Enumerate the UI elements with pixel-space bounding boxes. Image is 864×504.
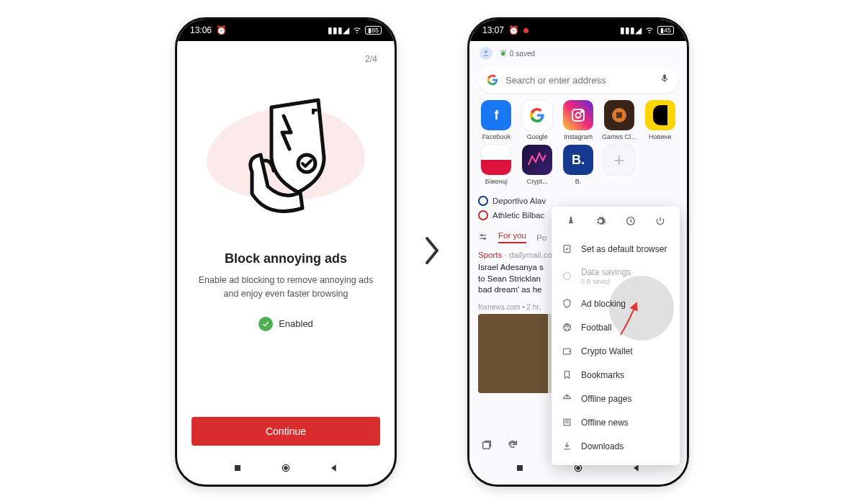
team-logo-icon (478, 196, 488, 206)
phone-browser: 13:07 ⏰ ▮▮▮◢ ▮45 ❦ 0 saved (467, 17, 689, 487)
app-icon (604, 100, 634, 130)
app-icon (522, 145, 552, 175)
svg-rect-13 (483, 442, 490, 449)
search-bar[interactable] (478, 67, 678, 93)
speed-dial-item[interactable]: Біженці (478, 145, 515, 185)
feed-tab-other[interactable]: Po (536, 233, 546, 242)
svg-rect-14 (517, 465, 523, 471)
history-icon[interactable] (625, 215, 636, 230)
speed-dial-item[interactable]: + (600, 145, 637, 185)
app-icon (645, 100, 675, 130)
svg-point-12 (484, 238, 485, 239)
app-label: Google (527, 133, 548, 140)
nav-recent-icon[interactable] (514, 462, 526, 477)
leaf-icon: ❦ (500, 48, 507, 58)
record-dot-icon (523, 28, 528, 33)
alarm-icon: ⏰ (508, 25, 519, 35)
feed-tab-foryou[interactable]: For you (498, 231, 526, 243)
svg-point-3 (284, 467, 287, 469)
tutorial-stage: 13:06 ⏰ ▮▮▮◢ ▮85 2/4 (0, 0, 864, 504)
signal-icon: ▮▮▮◢ (620, 25, 642, 35)
app-icon (522, 100, 552, 130)
app-icon: B. (563, 145, 593, 175)
enabled-status: Enabled (192, 317, 380, 331)
app-label: Facebook (482, 133, 511, 140)
app-label: B. (575, 178, 582, 185)
app-icon (481, 145, 511, 175)
nav-recent-icon[interactable] (232, 462, 243, 477)
check-icon (258, 317, 273, 331)
speed-dial-item[interactable]: fFacebook (478, 100, 515, 140)
search-input[interactable] (505, 75, 670, 86)
speed-dial-item[interactable]: Новини (642, 100, 678, 140)
menu-set-default[interactable]: Set as default browser (552, 237, 680, 261)
svg-point-16 (577, 467, 580, 469)
menu-downloads[interactable]: Downloads (552, 434, 680, 458)
battery-icon: ▮45 (657, 26, 674, 35)
wifi-icon (644, 24, 654, 37)
page-indicator: 2/4 (192, 54, 377, 64)
menu-crypto-wallet[interactable]: Crypto Wallet (552, 339, 680, 363)
onboarding-subtitle: Enable ad blocking to remove annoying ad… (192, 274, 380, 301)
alarm-icon: ⏰ (216, 25, 227, 35)
reload-icon[interactable] (507, 439, 518, 454)
phone-onboarding: 13:06 ⏰ ▮▮▮◢ ▮85 2/4 (175, 17, 397, 487)
team-logo-icon (478, 210, 488, 220)
nav-home-icon[interactable] (280, 462, 292, 477)
svg-point-11 (481, 234, 482, 235)
speed-dial-item[interactable]: Games Cl... (600, 100, 637, 140)
onboarding-illustration (192, 78, 380, 230)
menu-offline-pages[interactable]: Offline pages (552, 387, 680, 410)
profile-avatar[interactable] (480, 47, 492, 60)
nav-back-icon[interactable] (328, 462, 340, 477)
battery-icon: ▮85 (365, 26, 382, 35)
onboarding-title: Block annoying ads (192, 251, 380, 266)
menu-offline-news[interactable]: Offline news (552, 410, 680, 434)
enabled-label: Enabled (279, 318, 313, 329)
speed-dial-grid: fFacebookGoogleInstagramGames Cl...Новин… (469, 100, 687, 185)
camera-notch (282, 30, 290, 38)
google-logo-icon (487, 74, 498, 86)
step-arrow-icon (421, 234, 443, 270)
speed-dial-item[interactable]: Crypt... (519, 145, 556, 185)
svg-rect-1 (235, 465, 240, 471)
app-label: Games Cl... (602, 133, 636, 140)
status-time: 13:07 (482, 25, 504, 35)
app-icon (563, 100, 593, 130)
status-time: 13:06 (190, 25, 212, 35)
svg-point-6 (575, 113, 580, 118)
speed-dial-item[interactable]: Instagram (560, 100, 597, 140)
power-icon[interactable] (654, 215, 666, 230)
android-navbar (192, 459, 380, 485)
wifi-icon (352, 24, 362, 37)
svg-point-19 (564, 273, 571, 280)
data-saved-indicator[interactable]: ❦ 0 saved (500, 48, 535, 58)
tabs-icon[interactable] (481, 439, 492, 454)
app-label: Instagram (564, 133, 593, 140)
continue-button[interactable]: Continue (192, 417, 380, 446)
app-icon: + (604, 145, 634, 175)
shield-hand-illustration (232, 93, 340, 215)
svg-point-7 (581, 111, 582, 112)
speed-dial-item[interactable]: B.B. (560, 145, 597, 185)
annotation-arrow-icon (615, 299, 644, 338)
menu-bookmarks[interactable]: Bookmarks (552, 363, 680, 387)
vpn-icon[interactable] (565, 215, 577, 230)
app-label: Біженці (485, 178, 508, 185)
app-icon: f (481, 100, 511, 130)
gear-icon[interactable] (595, 215, 606, 230)
sports-row[interactable]: Deportivo Alav (478, 194, 678, 208)
mic-icon[interactable] (660, 73, 670, 86)
speed-dial-item[interactable]: Google (519, 100, 556, 140)
svg-point-4 (485, 50, 487, 53)
app-label: Новини (649, 133, 671, 140)
app-label: Crypt... (527, 178, 548, 185)
signal-icon: ▮▮▮◢ (328, 25, 349, 35)
feed-filter-icon[interactable] (478, 232, 488, 243)
camera-notch (574, 30, 582, 38)
